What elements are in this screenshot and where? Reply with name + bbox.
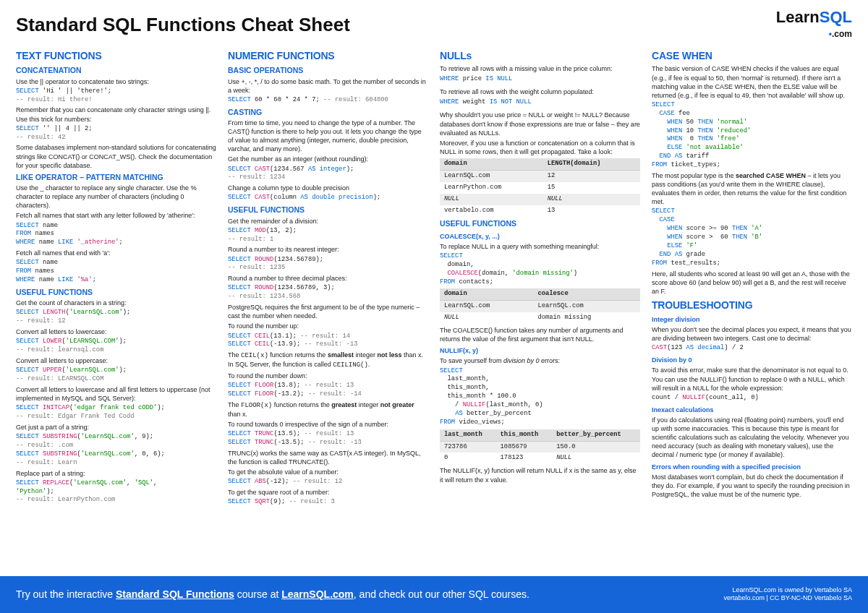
table-length-domain: domainLENGTH(domain) LearnSQL.com12 Lear… [440, 158, 640, 216]
text: To save yourself from division by 0 erro… [440, 356, 640, 365]
text: From time to time, you need to change th… [228, 119, 428, 154]
text: To get the absolute value of a number: [228, 468, 428, 476]
code-block: SELECT domain, COALESCE(domain, 'domain … [440, 252, 640, 287]
col-case-when: CASE WHEN The basic version of CASE WHEN… [652, 46, 852, 507]
text: Change a column type to double precision [228, 184, 428, 192]
text: To round the number down: [228, 372, 428, 380]
text: Convert all letters to lowercase and all… [16, 385, 216, 403]
text: Convert all letters to uppercase: [16, 356, 216, 365]
text: Get just a part of a string: [16, 423, 216, 432]
text: The FLOOR(x) function returns the greate… [228, 400, 428, 419]
text: To round towards 0 irrespective of the s… [228, 420, 428, 429]
code-block: SELECT 'Hi ' || 'there!'; -- result: Hi … [16, 87, 216, 105]
text: Remember that you can concatenate only c… [16, 106, 216, 123]
code-block: SELECT 60 * 60 * 24 * 7; -- result: 6048… [228, 96, 428, 105]
table-nullif: last_monththis_monthbetter_by_percent 72… [440, 429, 640, 465]
heading-coalesce: COALESCE(x, y, ...) [440, 232, 640, 241]
text: Here, all students who scored at least 9… [652, 270, 852, 296]
text: To get the square root of a number: [228, 488, 428, 497]
code-block: SELECT CASE fee WHEN 50 THEN 'normal' WH… [652, 101, 852, 170]
code-block: SELECT UPPER('LearnSQL.com'); -- result:… [16, 366, 216, 384]
code-block: CAST(123 AS decimal) / 2 [652, 344, 852, 353]
heading-useful-numeric: USEFUL FUNCTIONS [228, 205, 428, 215]
heading-basic-ops: BASIC OPERATIONS [228, 65, 428, 75]
text: PostgreSQL requires the first argument t… [228, 303, 428, 320]
code-block: SELECT CEIL(13.1); -- result: 14 SELECT … [228, 333, 428, 350]
text: When you don't see the decimal places yo… [652, 325, 852, 343]
col-numeric-functions: NUMERIC FUNCTIONS BASIC OPERATIONS Use +… [228, 46, 428, 507]
heading-inexact: Inexact calculations [652, 406, 852, 414]
header: Standard SQL Functions Cheat Sheet Learn… [0, 0, 868, 46]
code-block: SELECT last_month, this_month, this_mont… [440, 367, 640, 427]
heading-troubleshooting: TROUBLESHOOTING [652, 299, 852, 312]
code-block: SELECT INITCAP('edgar frank ted cODD'); … [16, 404, 216, 421]
text: Convert all letters to lowercase: [16, 327, 216, 336]
code-block: SELECT TRUNC(13.5); -- result: 13 SELECT… [228, 430, 428, 447]
heading-nullif: NULLIF(x, y) [440, 346, 640, 355]
text: The CEIL(x) function returns the smalles… [228, 351, 428, 369]
text: To retrieve all rows with the weight col… [440, 87, 640, 96]
code-block: SELECT CAST(column AS double precision); [228, 194, 428, 202]
text: To round the number up: [228, 322, 428, 330]
footer-link-course[interactable]: Standard SQL Functions [116, 588, 234, 600]
table-row: 0178123NULL [440, 453, 640, 464]
page-title: Standard SQL Functions Cheat Sheet [16, 14, 350, 36]
logo: LearnSQL •.com [776, 10, 852, 39]
text: TRUNC(x) works the same way as CAST(x AS… [228, 449, 428, 466]
heading-div-zero: Division by 0 [652, 356, 852, 364]
text: Most databases won't complain, but do ch… [652, 473, 852, 499]
text: Use +, -, *, / to do some basic math. To… [228, 77, 428, 95]
text: Round a number to three decimal places: [228, 274, 428, 283]
code-block: SELECT CAST(1234.567 AS integer); -- res… [228, 166, 428, 183]
footer-cta: Try out the interactive Standard SQL Fun… [16, 588, 529, 600]
code-block: count / NULLIF(count_all, 0) [652, 394, 852, 403]
text: Get the remainder of a division: [228, 217, 428, 226]
heading-useful-text: USEFUL FUNCTIONS [16, 287, 216, 297]
code-block: SELECT ABS(-12); -- result: 12 [228, 478, 428, 486]
code-block: SELECT '' || 4 || 2; -- result: 42 [16, 125, 216, 142]
text: Use the || operator to concatenate two s… [16, 77, 216, 86]
code-block: SELECT FLOOR(13.8); -- result: 13 SELECT… [228, 382, 428, 399]
table-row: vertabelo.com13 [440, 205, 640, 217]
text: The most popular type is the searched CA… [652, 171, 852, 207]
text: Use the _ character to replace any singl… [16, 184, 216, 210]
code-block: SELECT ROUND(1234.56789); -- result: 123… [228, 256, 428, 273]
text: Some databases implement non-standard so… [16, 143, 216, 169]
code-block: SELECT name FROM names WHERE name LIKE '… [16, 259, 216, 285]
code-block: WHERE price IS NULL [440, 75, 640, 84]
text: Get the number as an integer (without ro… [228, 155, 428, 163]
code-block: WHERE weight IS NOT NULL [440, 98, 640, 107]
heading-text-functions: TEXT FUNCTIONS [16, 49, 216, 63]
text: Fetch all names that end with 'a': [16, 249, 216, 257]
content-columns: TEXT FUNCTIONS CONCATENATION Use the || … [0, 46, 868, 507]
heading-concatenation: CONCATENATION [16, 65, 216, 75]
table-row: LearnSQL.com12 [440, 170, 640, 181]
code-block: SELECT REPLACE('LearnSQL.com', 'SQL', 'P… [16, 479, 216, 505]
text: To avoid this error, make sure that the … [652, 366, 852, 392]
text: Replace part of a string: [16, 469, 216, 478]
footer-credits: LearnSQL.com is owned by Vertabelo SA ve… [723, 586, 852, 603]
text: The basic version of CASE WHEN checks if… [652, 64, 852, 100]
col-text-functions: TEXT FUNCTIONS CONCATENATION Use the || … [16, 46, 216, 507]
text: The NULLIF(x, y) function will return NU… [440, 466, 640, 484]
heading-case-when: CASE WHEN [652, 49, 852, 63]
heading-rounding-errors: Errors when rounding with a specified pr… [652, 463, 852, 471]
heading-int-division: Integer division [652, 315, 852, 324]
footer-link-site[interactable]: LearnSQL.com [281, 588, 354, 600]
code-block: SELECT SUBSTRING('LearnSQL.com', 9); -- … [16, 433, 216, 468]
table-row: LearnSQL.comLearnSQL.com [440, 301, 640, 312]
text: Why shouldn't you use price = NULL or we… [440, 111, 640, 137]
text: Fetch all names that start with any lett… [16, 211, 216, 220]
table-row: LearnPython.com15 [440, 182, 640, 194]
code-block: SELECT LOWER('LEARNSQL.COM'); -- result:… [16, 338, 216, 355]
footer: Try out the interactive Standard SQL Fun… [0, 576, 868, 613]
code-block: SELECT LENGTH('LearnSQL.com'); -- result… [16, 309, 216, 326]
heading-like: LIKE OPERATOR – PATTERN MATCHING [16, 172, 216, 182]
text: If you do calculations using real (float… [652, 416, 852, 460]
heading-casting: CASTING [228, 107, 428, 117]
heading-nulls: NULLs [440, 49, 640, 63]
text: Get the count of characters in a string: [16, 299, 216, 307]
table-row: NULLdomain missing [440, 312, 640, 324]
text: Round a number to its nearest integer: [228, 245, 428, 254]
heading-useful-null: USEFUL FUNCTIONS [440, 218, 640, 228]
